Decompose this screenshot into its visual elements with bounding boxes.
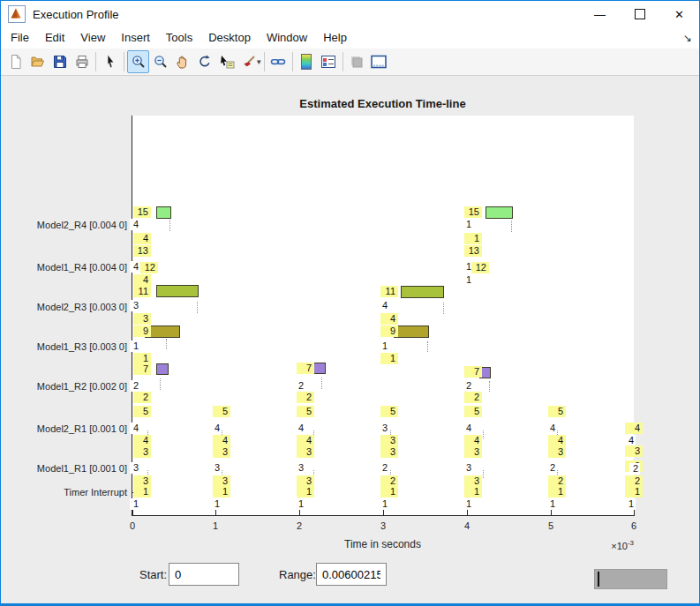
dock-figure-icon bbox=[370, 54, 388, 70]
save-floppy-icon bbox=[52, 54, 68, 70]
link-chain-icon bbox=[270, 54, 286, 70]
hide-plot-tools-button bbox=[346, 50, 368, 73]
preemption-dotted-line bbox=[483, 430, 484, 438]
x-tick-label: 2 bbox=[290, 520, 308, 532]
order-label: 3 bbox=[213, 446, 230, 458]
order-label: 4 bbox=[130, 261, 140, 273]
print-figure-button[interactable] bbox=[71, 50, 93, 73]
data-cursor-button[interactable] bbox=[215, 50, 237, 73]
menu-file[interactable]: File bbox=[3, 27, 37, 49]
x-axis-tick bbox=[215, 510, 216, 515]
order-label: 2 bbox=[295, 380, 305, 392]
order-label: 15 bbox=[133, 206, 151, 218]
range-input[interactable] bbox=[316, 563, 387, 586]
insert-legend-button[interactable] bbox=[318, 50, 340, 73]
save-figure-button[interactable] bbox=[49, 50, 71, 73]
order-label: 11 bbox=[133, 286, 151, 297]
menu-help[interactable]: Help bbox=[315, 27, 355, 49]
scrollbar-thumb-edge bbox=[598, 572, 599, 587]
order-label: 4 bbox=[130, 423, 140, 434]
order-label: 4 bbox=[130, 219, 140, 230]
start-input[interactable] bbox=[169, 563, 239, 586]
dock-arrow-icon[interactable]: ↘ bbox=[683, 32, 692, 44]
menu-tools[interactable]: Tools bbox=[158, 27, 200, 49]
menu-window[interactable]: Window bbox=[259, 27, 315, 49]
edit-plot-button[interactable] bbox=[99, 50, 121, 73]
rotate-icon bbox=[197, 54, 213, 70]
y-axis-label: Model1_R1 [0.001 0] bbox=[1, 462, 127, 475]
y-axis-label: Model1_R2 [0.002 0] bbox=[1, 380, 127, 393]
minimize-button[interactable]: — bbox=[580, 1, 620, 27]
order-label: 1 bbox=[546, 498, 557, 510]
zoom-in-button[interactable] bbox=[127, 50, 149, 73]
minimize-icon: — bbox=[594, 8, 606, 21]
y-axis-label: Model2_R1 [0.001 0] bbox=[1, 423, 127, 435]
colorbar-icon bbox=[301, 54, 312, 70]
order-label: 2 bbox=[133, 392, 151, 403]
preemption-dotted-line bbox=[427, 341, 428, 352]
open-file-button[interactable] bbox=[26, 50, 49, 73]
pan-button[interactable] bbox=[171, 50, 193, 73]
menu-view[interactable]: View bbox=[72, 27, 113, 49]
y-axis-label: Model2_R3 [0.003 0] bbox=[1, 301, 127, 313]
new-figure-button[interactable] bbox=[4, 50, 26, 73]
order-label: 2 bbox=[130, 380, 140, 392]
order-label: 3 bbox=[297, 446, 314, 458]
close-button[interactable]: ✕ bbox=[659, 1, 699, 27]
order-label: 7 bbox=[464, 366, 482, 378]
order-label: 13 bbox=[464, 245, 482, 257]
order-label: 4 bbox=[625, 423, 643, 434]
open-folder-icon bbox=[30, 54, 46, 70]
order-label: 4 bbox=[133, 274, 151, 286]
preemption-dotted-line bbox=[166, 339, 167, 349]
hide-plot-tools-icon bbox=[349, 54, 365, 70]
order-label: 15 bbox=[464, 206, 482, 218]
brush-dropdown-icon[interactable]: ▾ bbox=[257, 57, 261, 66]
order-label: 4 bbox=[546, 423, 557, 434]
menu-insert[interactable]: Insert bbox=[113, 27, 158, 49]
order-label: 1 bbox=[295, 498, 305, 510]
order-label: 3 bbox=[133, 313, 151, 325]
zoom-out-button[interactable] bbox=[149, 50, 171, 73]
order-label: 1 bbox=[464, 486, 482, 498]
matlab-logo-icon bbox=[8, 5, 26, 23]
order-label: 12 bbox=[471, 262, 489, 273]
range-label: Range: bbox=[279, 568, 316, 582]
maximize-button[interactable] bbox=[620, 1, 659, 27]
pointer-arrow-icon bbox=[102, 54, 118, 70]
range-scrollbar[interactable] bbox=[594, 569, 667, 589]
order-label: 12 bbox=[140, 262, 158, 273]
menu-desktop[interactable]: Desktop bbox=[200, 27, 259, 49]
insert-colorbar-button[interactable] bbox=[296, 50, 318, 73]
x-tick-label: 0 bbox=[124, 520, 141, 532]
rotate-3d-button[interactable] bbox=[193, 50, 215, 73]
order-label: 4 bbox=[213, 435, 230, 446]
new-document-icon bbox=[8, 54, 24, 70]
order-label: 5 bbox=[213, 406, 230, 417]
x-axis-tick bbox=[634, 510, 635, 515]
order-label: 4 bbox=[380, 313, 398, 325]
x-tick-label: 6 bbox=[625, 520, 643, 532]
order-label: 1 bbox=[213, 486, 230, 498]
order-label: 7 bbox=[133, 363, 151, 375]
order-label: 1 bbox=[130, 340, 140, 352]
toolbar-separator bbox=[95, 52, 96, 71]
order-label: 1 bbox=[297, 486, 314, 498]
task-bar bbox=[485, 206, 513, 219]
x-axis-tick bbox=[467, 510, 468, 515]
show-plot-tools-dock-button[interactable] bbox=[368, 50, 390, 73]
order-label: 4 bbox=[379, 300, 389, 311]
preemption-dotted-line bbox=[443, 303, 444, 314]
y-axis-line bbox=[132, 116, 132, 515]
order-label: 3 bbox=[295, 462, 305, 474]
order-label: 1 bbox=[463, 219, 473, 230]
x-tick-label: 5 bbox=[542, 520, 560, 532]
menu-edit[interactable]: Edit bbox=[37, 27, 72, 49]
order-label: 4 bbox=[295, 423, 305, 434]
order-label: 1 bbox=[380, 353, 398, 364]
order-label: 4 bbox=[133, 435, 151, 446]
preemption-dotted-line bbox=[511, 221, 512, 232]
order-label: 7 bbox=[297, 363, 314, 374]
order-label: 4 bbox=[297, 435, 314, 446]
link-plot-button[interactable] bbox=[267, 50, 290, 73]
